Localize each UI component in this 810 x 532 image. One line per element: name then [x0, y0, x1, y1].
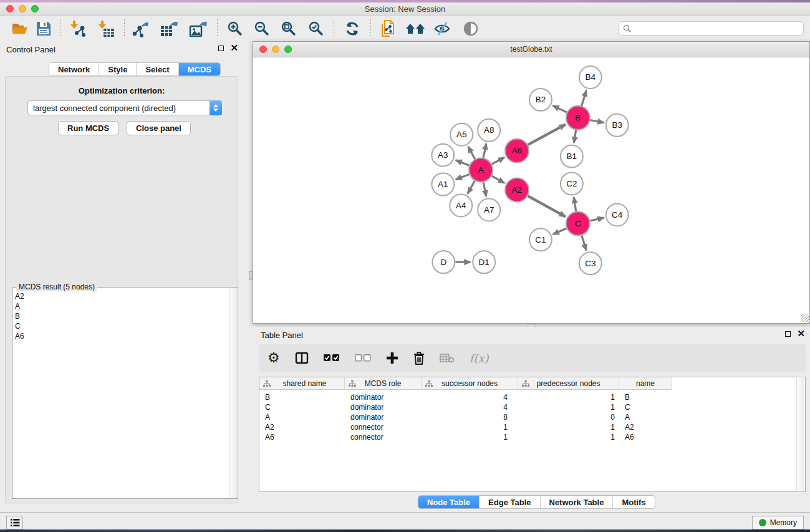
column-header-shared-name[interactable]: shared name [259, 377, 345, 390]
table-scrollbar[interactable] [796, 378, 804, 491]
show-columns-icon[interactable] [295, 352, 309, 364]
graph-edge-A-A4[interactable] [468, 181, 475, 193]
optimization-criterion-dropdown[interactable]: largest connected component (directed) [27, 100, 222, 115]
cell-shared-name[interactable]: A6 [259, 433, 345, 443]
mcds-result-item[interactable]: A [15, 301, 228, 311]
delete-row-icon[interactable] [413, 352, 425, 365]
cell-mcds-role[interactable]: dominator [345, 403, 422, 413]
graph-edge-C-C2[interactable] [574, 197, 576, 211]
cell-predecessor-nodes[interactable]: 1 [518, 423, 619, 433]
cell-name[interactable]: B [619, 393, 672, 403]
cell-successor-nodes[interactable]: 1 [422, 423, 518, 433]
mcds-result-scrollbar[interactable] [229, 288, 237, 498]
add-row-icon[interactable] [386, 352, 398, 364]
close-panel-button[interactable]: Close panel [127, 121, 191, 135]
zoom-in-icon[interactable] [221, 19, 248, 39]
graph-edge-A2-C[interactable] [528, 196, 566, 216]
cell-name[interactable]: A [619, 413, 672, 423]
mcds-result-item[interactable]: A2 [15, 291, 228, 301]
table-row[interactable]: C dominator 4 1 C [259, 403, 805, 413]
column-header-mcds-role[interactable]: MCDS role [345, 377, 422, 390]
cell-name[interactable]: A2 [619, 423, 672, 433]
export-network-icon[interactable] [128, 19, 155, 39]
cell-shared-name[interactable]: A2 [259, 423, 345, 433]
zoom-out-icon[interactable] [248, 19, 275, 39]
cell-predecessor-nodes[interactable]: 1 [518, 393, 619, 403]
close-panel-icon[interactable]: ✕ [230, 45, 238, 51]
hide-selected-icon[interactable] [428, 19, 456, 39]
import-table-icon[interactable] [92, 19, 120, 39]
settings-gear-icon[interactable]: ⚙ [268, 351, 280, 365]
task-history-button[interactable] [6, 516, 23, 530]
tab-motifs[interactable]: Motifs [613, 496, 654, 508]
graph-edge-B-B4[interactable] [582, 90, 587, 106]
cell-shared-name[interactable]: A [259, 413, 345, 423]
float-panel-icon[interactable] [785, 331, 791, 337]
cell-mcds-role[interactable]: dominator [345, 413, 422, 423]
table-row[interactable]: A dominator 8 0 A [259, 413, 805, 423]
table-row[interactable]: B dominator 4 1 B [259, 393, 805, 403]
refresh-layout-icon[interactable] [338, 19, 367, 39]
graph-edge-A-A1[interactable] [456, 175, 470, 180]
graph-edge-B-B3[interactable] [590, 120, 604, 123]
column-header-successor-nodes[interactable]: successor nodes [422, 377, 518, 390]
graph-edge-A-A3[interactable] [456, 160, 470, 166]
tab-node-table[interactable]: Node Table [418, 496, 480, 508]
graph-edge-C-C1[interactable] [553, 228, 566, 234]
open-file-icon[interactable] [9, 19, 31, 39]
cell-mcds-role[interactable]: connector [345, 423, 422, 433]
memory-status-button[interactable]: Memory [752, 516, 804, 530]
cell-predecessor-nodes[interactable]: 0 [518, 413, 619, 423]
node-table[interactable]: shared name MCDS role successor nodes pr… [259, 377, 806, 492]
close-panel-icon[interactable]: ✕ [797, 331, 805, 337]
mcds-result-item[interactable]: B [15, 311, 228, 321]
mcds-result-item[interactable]: A6 [15, 331, 228, 341]
table-row[interactable]: A2 connector 1 1 A2 [259, 423, 805, 433]
graph-edge-A-A6[interactable] [492, 157, 504, 164]
clone-network-icon[interactable] [375, 19, 402, 39]
zoom-fit-icon[interactable] [275, 19, 302, 39]
cell-successor-nodes[interactable]: 1 [422, 433, 518, 443]
search-input[interactable] [632, 24, 803, 33]
graph-edge-A6-B[interactable] [528, 125, 566, 145]
network-graph[interactable]: B4B2BB3A8A5A6A3B1AC2A1A2A4A7C4CC1C3DD1 [253, 57, 809, 323]
mcds-result-list[interactable]: A2ABCA6 [15, 291, 228, 496]
search-field[interactable] [619, 21, 804, 36]
export-table-icon[interactable] [155, 19, 183, 39]
tab-network[interactable]: Network [49, 63, 99, 75]
cell-predecessor-nodes[interactable]: 1 [518, 403, 619, 413]
tab-style[interactable]: Style [99, 63, 137, 75]
import-network-icon[interactable] [64, 19, 92, 39]
column-header-name[interactable]: name [619, 377, 672, 390]
graph-edge-A-A5[interactable] [468, 147, 475, 159]
cell-successor-nodes[interactable]: 4 [422, 403, 518, 413]
mcds-result-item[interactable]: C [15, 321, 228, 331]
graph-edge-B-B2[interactable] [553, 105, 567, 112]
cell-name[interactable]: C [619, 403, 672, 413]
tab-select[interactable]: Select [137, 63, 178, 75]
graph-edge-A-A8[interactable] [483, 143, 486, 158]
splitter-handle[interactable] [249, 271, 253, 280]
graph-edge-C-C4[interactable] [590, 218, 604, 221]
select-all-icon[interactable] [324, 354, 340, 362]
run-mcds-button[interactable]: Run MCDS [58, 121, 118, 135]
first-neighbors-icon[interactable] [402, 19, 428, 39]
cell-predecessor-nodes[interactable]: 1 [518, 433, 619, 443]
table-row[interactable]: A6 connector 1 1 A6 [259, 433, 805, 443]
tab-network-table[interactable]: Network Table [541, 496, 614, 508]
column-header-predecessor-nodes[interactable]: predecessor nodes [518, 377, 619, 390]
tab-edge-table[interactable]: Edge Table [480, 496, 540, 508]
resize-grip[interactable] [801, 314, 809, 322]
cell-shared-name[interactable]: C [259, 403, 345, 413]
deselect-all-icon[interactable] [355, 354, 371, 362]
graph-edge-A-A7[interactable] [483, 182, 486, 196]
tab-mcds[interactable]: MCDS [179, 63, 220, 75]
cell-mcds-role[interactable]: connector [345, 433, 422, 443]
cell-name[interactable]: A6 [619, 433, 672, 443]
cell-successor-nodes[interactable]: 8 [422, 413, 518, 423]
network-canvas[interactable]: B4B2BB3A8A5A6A3B1AC2A1A2A4A7C4CC1C3DD1 [253, 57, 809, 323]
graph-edge-A-A2[interactable] [492, 176, 504, 183]
cell-shared-name[interactable]: B [259, 393, 345, 403]
zoom-selected-icon[interactable] [302, 19, 330, 39]
save-session-icon[interactable] [31, 19, 56, 39]
